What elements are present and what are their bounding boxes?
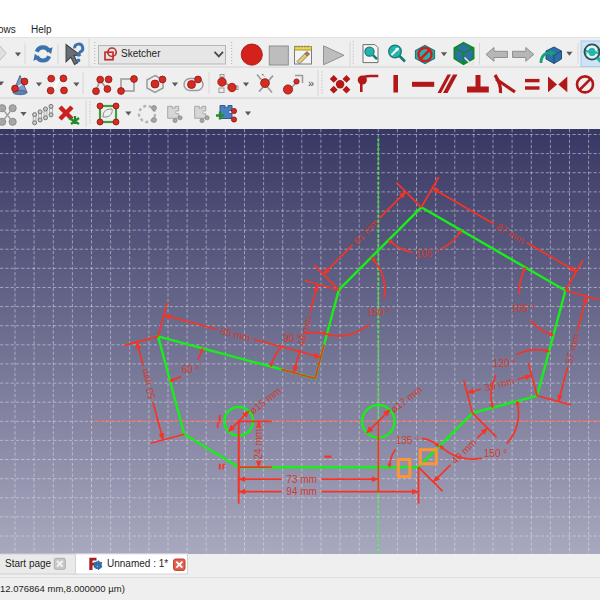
- svg-text:Help: Help: [31, 24, 52, 35]
- svg-text:Unnamed : 1*: Unnamed : 1*: [107, 558, 168, 569]
- svg-text:73 mm: 73 mm: [286, 474, 317, 485]
- svg-text:120 °: 120 °: [493, 358, 516, 369]
- svg-text:12.076864 mm,8.000000 µm): 12.076864 mm,8.000000 µm): [0, 583, 125, 594]
- svg-text:»: »: [308, 77, 314, 89]
- svg-text:Start page: Start page: [5, 558, 52, 569]
- svg-text:ows: ows: [0, 24, 16, 35]
- svg-text:94 mm: 94 mm: [286, 486, 317, 497]
- svg-text:150 °: 150 °: [484, 448, 507, 459]
- svg-text:135 °: 135 °: [396, 435, 419, 446]
- svg-text:105 °: 105 °: [511, 303, 534, 314]
- svg-text:105 °: 105 °: [416, 248, 439, 259]
- svg-text:150 °: 150 °: [367, 307, 390, 318]
- svg-text:Sketcher: Sketcher: [121, 48, 161, 59]
- svg-text:90 °: 90 °: [283, 333, 301, 344]
- svg-text:60 °: 60 °: [182, 364, 200, 375]
- svg-text:24 mm: 24 mm: [253, 429, 264, 460]
